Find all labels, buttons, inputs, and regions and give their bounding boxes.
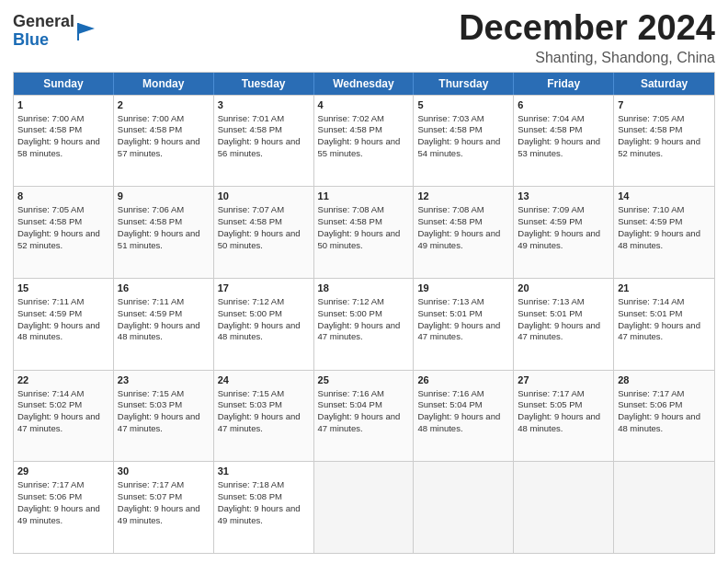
- day-number: 18: [318, 282, 410, 295]
- logo-flag-icon: [76, 21, 97, 41]
- sunrise-text: Sunrise: 7:13 AM: [518, 296, 609, 308]
- sunset-text: Sunset: 4:58 PM: [318, 124, 410, 136]
- daylight-text: Daylight: 9 hours and 49 minutes.: [417, 228, 509, 252]
- header: General Blue December 2024 Shanting, Sha…: [13, 9, 715, 66]
- sunrise-text: Sunrise: 7:10 AM: [618, 204, 711, 216]
- day-cell-29: 29 Sunrise: 7:17 AM Sunset: 5:06 PM Dayl…: [14, 462, 114, 553]
- daylight-text: Daylight: 9 hours and 58 minutes.: [17, 136, 109, 160]
- calendar-row-1: 1 Sunrise: 7:00 AM Sunset: 4:58 PM Dayli…: [14, 95, 714, 187]
- logo-general: General: [13, 12, 74, 30]
- header-thursday: Thursday: [414, 73, 514, 95]
- header-friday: Friday: [514, 73, 614, 95]
- calendar-row-3: 15 Sunrise: 7:11 AM Sunset: 4:59 PM Dayl…: [14, 278, 714, 370]
- sunset-text: Sunset: 5:01 PM: [518, 308, 609, 320]
- day-number: 2: [118, 98, 210, 112]
- day-cell-23: 23 Sunrise: 7:15 AM Sunset: 5:03 PM Dayl…: [114, 371, 214, 462]
- day-cell-22: 22 Sunrise: 7:14 AM Sunset: 5:02 PM Dayl…: [14, 371, 114, 462]
- day-number: 21: [618, 282, 711, 295]
- day-cell-11: 11 Sunrise: 7:08 AM Sunset: 4:58 PM Dayl…: [314, 187, 415, 278]
- sunrise-text: Sunrise: 7:03 AM: [417, 113, 509, 125]
- day-number: 10: [218, 190, 310, 203]
- day-cell-5: 5 Sunrise: 7:03 AM Sunset: 4:58 PM Dayli…: [414, 96, 514, 187]
- daylight-text: Daylight: 9 hours and 56 minutes.: [218, 136, 310, 160]
- sunset-text: Sunset: 4:58 PM: [417, 124, 509, 136]
- day-number: 8: [17, 190, 109, 203]
- sunrise-text: Sunrise: 7:11 AM: [17, 296, 109, 308]
- day-number: 26: [417, 373, 509, 387]
- sunset-text: Sunset: 4:58 PM: [118, 216, 210, 228]
- day-number: 4: [318, 98, 410, 112]
- day-number: 13: [518, 190, 609, 203]
- day-number: 5: [417, 98, 509, 112]
- sunrise-text: Sunrise: 7:00 AM: [118, 113, 210, 125]
- sunrise-text: Sunrise: 7:01 AM: [218, 113, 310, 125]
- sunrise-text: Sunrise: 7:18 AM: [218, 479, 310, 491]
- daylight-text: Daylight: 9 hours and 48 minutes.: [17, 320, 109, 344]
- daylight-text: Daylight: 9 hours and 48 minutes.: [618, 228, 711, 252]
- day-cell-28: 28 Sunrise: 7:17 AM Sunset: 5:06 PM Dayl…: [614, 371, 714, 462]
- logo-blue: Blue: [13, 30, 49, 49]
- day-cell-10: 10 Sunrise: 7:07 AM Sunset: 4:58 PM Dayl…: [214, 187, 314, 278]
- sunrise-text: Sunrise: 7:14 AM: [618, 296, 711, 308]
- daylight-text: Daylight: 9 hours and 47 minutes.: [118, 411, 210, 435]
- sunrise-text: Sunrise: 7:05 AM: [618, 113, 711, 125]
- day-number: 14: [618, 190, 711, 203]
- sunrise-text: Sunrise: 7:08 AM: [318, 204, 410, 216]
- sunset-text: Sunset: 5:07 PM: [118, 491, 210, 503]
- day-number: 24: [218, 373, 310, 387]
- sunrise-text: Sunrise: 7:17 AM: [17, 479, 109, 491]
- sunset-text: Sunset: 5:02 PM: [17, 399, 109, 411]
- day-number: 12: [417, 190, 509, 203]
- daylight-text: Daylight: 9 hours and 47 minutes.: [417, 320, 509, 344]
- sunrise-text: Sunrise: 7:08 AM: [417, 204, 509, 216]
- day-cell-21: 21 Sunrise: 7:14 AM Sunset: 5:01 PM Dayl…: [614, 279, 714, 370]
- day-cell-24: 24 Sunrise: 7:15 AM Sunset: 5:03 PM Dayl…: [214, 371, 314, 462]
- month-title: December 2024: [459, 9, 715, 48]
- daylight-text: Daylight: 9 hours and 52 minutes.: [17, 228, 109, 252]
- calendar: Sunday Monday Tuesday Wednesday Thursday…: [13, 72, 715, 554]
- sunset-text: Sunset: 5:03 PM: [218, 399, 310, 411]
- day-cell-31: 31 Sunrise: 7:18 AM Sunset: 5:08 PM Dayl…: [214, 462, 314, 553]
- sunrise-text: Sunrise: 7:15 AM: [218, 388, 310, 400]
- daylight-text: Daylight: 9 hours and 48 minutes.: [417, 411, 509, 435]
- sunrise-text: Sunrise: 7:02 AM: [318, 113, 410, 125]
- day-number: 19: [417, 282, 509, 295]
- sunset-text: Sunset: 5:00 PM: [318, 308, 410, 320]
- daylight-text: Daylight: 9 hours and 57 minutes.: [118, 136, 210, 160]
- sunrise-text: Sunrise: 7:06 AM: [118, 204, 210, 216]
- daylight-text: Daylight: 9 hours and 47 minutes.: [618, 320, 711, 344]
- day-cell-25: 25 Sunrise: 7:16 AM Sunset: 5:04 PM Dayl…: [314, 371, 415, 462]
- day-number: 25: [318, 373, 410, 387]
- sunrise-text: Sunrise: 7:07 AM: [218, 204, 310, 216]
- title-area: December 2024 Shanting, Shandong, China: [459, 9, 715, 66]
- sunrise-text: Sunrise: 7:14 AM: [17, 388, 109, 400]
- empty-cell: [514, 462, 614, 553]
- daylight-text: Daylight: 9 hours and 47 minutes.: [17, 411, 109, 435]
- day-cell-8: 8 Sunrise: 7:05 AM Sunset: 4:58 PM Dayli…: [14, 187, 114, 278]
- page: General Blue December 2024 Shanting, Sha…: [0, 0, 728, 563]
- logo-text: General Blue: [13, 13, 74, 50]
- daylight-text: Daylight: 9 hours and 49 minutes.: [518, 228, 609, 252]
- daylight-text: Daylight: 9 hours and 48 minutes.: [218, 320, 310, 344]
- sunrise-text: Sunrise: 7:17 AM: [518, 388, 609, 400]
- sunset-text: Sunset: 4:58 PM: [118, 124, 210, 136]
- day-number: 22: [17, 373, 109, 387]
- calendar-row-2: 8 Sunrise: 7:05 AM Sunset: 4:58 PM Dayli…: [14, 186, 714, 278]
- day-number: 20: [518, 282, 609, 295]
- day-cell-3: 3 Sunrise: 7:01 AM Sunset: 4:58 PM Dayli…: [214, 96, 314, 187]
- svg-marker-0: [78, 23, 95, 34]
- calendar-header: Sunday Monday Tuesday Wednesday Thursday…: [14, 73, 714, 95]
- day-cell-1: 1 Sunrise: 7:00 AM Sunset: 4:58 PM Dayli…: [14, 96, 114, 187]
- day-cell-12: 12 Sunrise: 7:08 AM Sunset: 4:58 PM Dayl…: [414, 187, 514, 278]
- header-wednesday: Wednesday: [314, 73, 415, 95]
- day-number: 7: [618, 98, 711, 112]
- sunset-text: Sunset: 4:59 PM: [17, 308, 109, 320]
- day-number: 9: [118, 190, 210, 203]
- calendar-row-4: 22 Sunrise: 7:14 AM Sunset: 5:02 PM Dayl…: [14, 370, 714, 462]
- sunset-text: Sunset: 4:58 PM: [218, 216, 310, 228]
- sunrise-text: Sunrise: 7:17 AM: [618, 388, 711, 400]
- day-number: 16: [118, 282, 210, 295]
- day-cell-30: 30 Sunrise: 7:17 AM Sunset: 5:07 PM Dayl…: [114, 462, 214, 553]
- sunrise-text: Sunrise: 7:16 AM: [417, 388, 509, 400]
- sunset-text: Sunset: 4:58 PM: [318, 216, 410, 228]
